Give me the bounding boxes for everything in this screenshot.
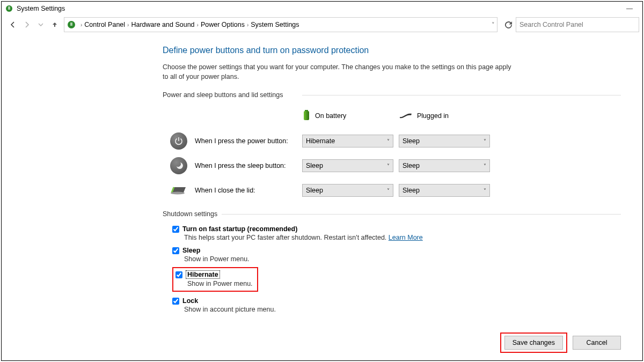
sleep-icon bbox=[170, 157, 187, 174]
shutdown-item-sleep: Sleep Show in Power menu. bbox=[163, 245, 621, 265]
label-hibernate[interactable]: Hibernate bbox=[186, 270, 220, 279]
row-power-label: When I press the power button: bbox=[195, 137, 302, 145]
app-icon bbox=[5, 4, 13, 13]
select-sleep-battery[interactable]: Sleep˅ bbox=[302, 159, 393, 172]
breadcrumb-item[interactable]: System Settings bbox=[251, 21, 299, 28]
checkbox-lock[interactable] bbox=[172, 298, 179, 305]
shutdown-item-lock: Lock Show in account picture menu. bbox=[163, 295, 621, 316]
breadcrumb-item[interactable]: Hardware and Sound bbox=[131, 21, 194, 28]
chevron-down-icon: ˅ bbox=[387, 163, 390, 169]
row-lid-label: When I close the lid: bbox=[195, 187, 302, 194]
recent-locations-button[interactable] bbox=[34, 18, 48, 32]
desc-hibernate: Show in Power menu. bbox=[175, 280, 253, 287]
search-input[interactable] bbox=[519, 21, 635, 28]
row-sleep-button: When I press the sleep button: Sleep˅ Sl… bbox=[163, 153, 621, 178]
desc-sleep: Show in Power menu. bbox=[172, 255, 621, 262]
save-changes-button[interactable]: Save changes bbox=[504, 336, 563, 350]
svg-rect-1 bbox=[8, 6, 10, 10]
column-plugged-label: Plugged in bbox=[417, 112, 449, 120]
svg-rect-3 bbox=[70, 23, 72, 26]
page-heading: Define power buttons and turn on passwor… bbox=[163, 46, 621, 55]
chevron-down-icon: ˅ bbox=[484, 188, 486, 194]
select-lid-battery[interactable]: Sleep˅ bbox=[302, 184, 393, 197]
column-headers: On battery Plugged in bbox=[163, 106, 621, 125]
window-title: System Settings bbox=[17, 5, 65, 12]
search-box[interactable] bbox=[516, 17, 639, 32]
checkbox-hibernate[interactable] bbox=[175, 271, 182, 278]
desc-lock: Show in account picture menu. bbox=[172, 306, 621, 313]
shutdown-item-fast-startup: Turn on fast startup (recommended) This … bbox=[163, 223, 621, 245]
chevron-down-icon: ˅ bbox=[387, 188, 390, 194]
shutdown-item-hibernate: Hibernate Show in Power menu. bbox=[163, 265, 621, 295]
column-battery-label: On battery bbox=[315, 112, 346, 120]
lid-icon bbox=[170, 184, 188, 197]
chevron-down-icon: ˅ bbox=[484, 138, 486, 144]
chevron-right-icon: › bbox=[247, 22, 248, 28]
section-shutdown-title: Shutdown settings bbox=[163, 210, 621, 218]
battery-icon bbox=[302, 109, 311, 123]
forward-button[interactable] bbox=[20, 18, 34, 32]
checkbox-fast-startup[interactable] bbox=[172, 226, 179, 233]
power-options-icon bbox=[67, 20, 76, 29]
row-lid: When I close the lid: Sleep˅ Sleep˅ bbox=[163, 178, 621, 203]
title-bar: System Settings — bbox=[2, 2, 642, 16]
page-intro: Choose the power settings that you want … bbox=[163, 63, 517, 82]
plug-icon bbox=[399, 112, 413, 121]
row-sleep-label: When I press the sleep button: bbox=[195, 162, 302, 169]
learn-more-link[interactable]: Learn More bbox=[389, 234, 423, 241]
chevron-right-icon: › bbox=[127, 22, 129, 28]
breadcrumb-item[interactable]: Power Options bbox=[201, 21, 245, 28]
cancel-button[interactable]: Cancel bbox=[573, 336, 621, 350]
label-lock[interactable]: Lock bbox=[182, 297, 198, 305]
label-fast-startup[interactable]: Turn on fast startup (recommended) bbox=[182, 225, 297, 233]
checkbox-sleep[interactable] bbox=[172, 247, 179, 254]
power-icon bbox=[170, 132, 187, 150]
svg-point-6 bbox=[171, 191, 185, 194]
up-button[interactable] bbox=[48, 18, 62, 32]
chevron-right-icon: › bbox=[197, 22, 199, 28]
refresh-button[interactable] bbox=[501, 17, 516, 32]
minimize-button[interactable]: — bbox=[620, 2, 639, 15]
chevron-down-icon: ˅ bbox=[387, 138, 390, 144]
button-bar: Save changes Cancel bbox=[500, 333, 621, 353]
address-bar[interactable]: › Control Panel › Hardware and Sound › P… bbox=[64, 17, 497, 32]
select-power-plugged[interactable]: Sleep˅ bbox=[399, 135, 490, 147]
label-sleep[interactable]: Sleep bbox=[182, 247, 200, 254]
select-sleep-plugged[interactable]: Sleep˅ bbox=[399, 159, 490, 172]
chevron-down-icon[interactable]: ˅ bbox=[492, 21, 495, 28]
breadcrumb-item[interactable]: Control Panel bbox=[84, 21, 125, 28]
select-lid-plugged[interactable]: Sleep˅ bbox=[399, 184, 490, 197]
chevron-down-icon: ˅ bbox=[484, 163, 486, 169]
section-power-sleep-title: Power and sleep buttons and lid settings bbox=[163, 91, 621, 99]
nav-bar: › Control Panel › Hardware and Sound › P… bbox=[2, 16, 642, 34]
svg-rect-5 bbox=[304, 111, 309, 120]
chevron-right-icon: › bbox=[80, 22, 82, 28]
desc-fast-startup: This helps start your PC faster after sh… bbox=[172, 234, 621, 241]
row-power-button: When I press the power button: Hibernate… bbox=[163, 129, 621, 153]
select-power-battery[interactable]: Hibernate˅ bbox=[302, 135, 393, 147]
back-button[interactable] bbox=[6, 18, 20, 32]
